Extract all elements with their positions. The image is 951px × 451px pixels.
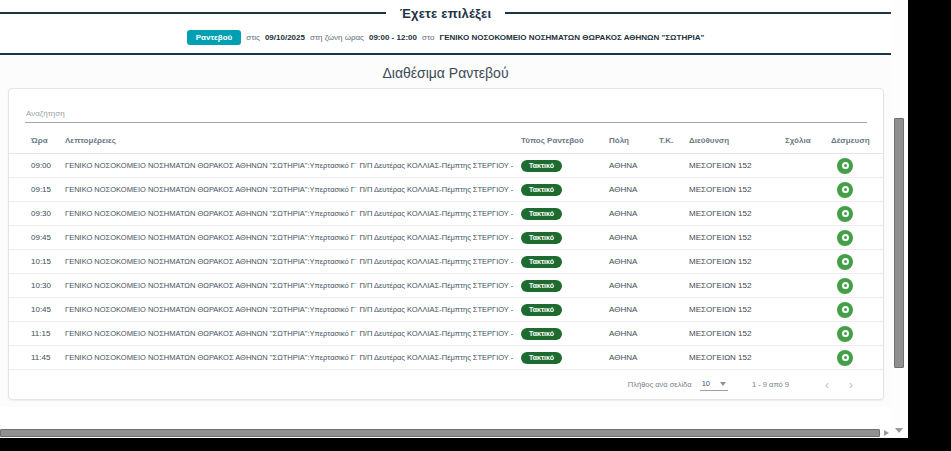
appointment-type-badge: Τακτικό	[521, 256, 562, 268]
table-row[interactable]: 10:30 ΓΕΝΙΚΟ ΝΟΣΟΚΟΜΕΙΟ ΝΟΣΗΜΑΤΩΝ ΘΩΡΑΚΟ…	[9, 274, 883, 298]
scroll-right-arrow-icon[interactable]	[884, 430, 889, 436]
cell-booking	[827, 322, 883, 346]
title-rule-left	[0, 12, 386, 14]
table-row[interactable]: 09:00 ΓΕΝΙΚΟ ΝΟΣΟΚΟΜΕΙΟ ΝΟΣΗΜΑΤΩΝ ΘΩΡΑΚΟ…	[9, 154, 883, 178]
appointment-type-badge: Τακτικό	[521, 160, 562, 172]
title-rule-right	[505, 12, 891, 14]
section-heading: Διαθέσιμα Ραντεβού	[0, 55, 891, 81]
book-target-icon	[842, 234, 849, 241]
cell-details: ΓΕΝΙΚΟ ΝΟΣΟΚΟΜΕΙΟ ΝΟΣΗΜΑΤΩΝ ΘΩΡΑΚΟΣ ΑΘΗΝ…	[61, 178, 517, 202]
cell-booking	[827, 274, 883, 298]
table-row[interactable]: 10:15 ΓΕΝΙΚΟ ΝΟΣΟΚΟΜΕΙΟ ΝΟΣΗΜΑΤΩΝ ΘΩΡΑΚΟ…	[9, 250, 883, 274]
book-appointment-button[interactable]	[837, 302, 853, 318]
selection-summary: Ραντεβού στις 09/10/2025 στη ζώνη ώρας 0…	[0, 24, 891, 50]
cell-address: ΜΕΣΟΓΕΙΩΝ 152	[685, 178, 781, 202]
next-page-button[interactable]: ›	[839, 379, 863, 391]
table-header-row: Ώρα Λεπτομέρειες Τύπος Ραντεβού Πόλη Τ.Κ…	[9, 127, 883, 154]
selection-pre-date: στις	[246, 33, 260, 42]
book-appointment-button[interactable]	[837, 254, 853, 270]
appointment-type-badge: Τακτικό	[521, 304, 562, 316]
table-row[interactable]: 10:45 ΓΕΝΙΚΟ ΝΟΣΟΚΟΜΕΙΟ ΝΟΣΗΜΑΤΩΝ ΘΩΡΑΚΟ…	[9, 298, 883, 322]
col-header-postal: Τ.Κ.	[655, 127, 685, 154]
selection-pre-location: στο	[422, 33, 434, 42]
cell-time: 09:45	[9, 226, 61, 250]
cell-details: ΓΕΝΙΚΟ ΝΟΣΟΚΟΜΕΙΟ ΝΟΣΗΜΑΤΩΝ ΘΩΡΑΚΟΣ ΑΘΗΝ…	[61, 298, 517, 322]
cell-booking	[827, 250, 883, 274]
book-target-icon	[842, 330, 849, 337]
appointment-badge: Ραντεβού	[187, 30, 242, 45]
cell-type: Τακτικό	[517, 250, 605, 274]
selection-header: Έχετε επιλέξει Ραντεβού στις 09/10/2025 …	[0, 0, 891, 55]
book-appointment-button[interactable]	[837, 206, 853, 222]
cell-details: ΓΕΝΙΚΟ ΝΟΣΟΚΟΜΕΙΟ ΝΟΣΗΜΑΤΩΝ ΘΩΡΑΚΟΣ ΑΘΗΝ…	[61, 346, 517, 370]
chevron-down-icon	[720, 382, 726, 386]
table-row[interactable]: 09:30 ΓΕΝΙΚΟ ΝΟΣΟΚΟΜΕΙΟ ΝΟΣΗΜΑΤΩΝ ΘΩΡΑΚΟ…	[9, 202, 883, 226]
book-appointment-button[interactable]	[837, 326, 853, 342]
cell-comments	[781, 250, 827, 274]
book-target-icon	[842, 210, 849, 217]
items-per-page-value: 10	[702, 379, 710, 388]
cell-address: ΜΕΣΟΓΕΙΩΝ 152	[685, 346, 781, 370]
cell-type: Τακτικό	[517, 202, 605, 226]
cell-postal	[655, 202, 685, 226]
book-target-icon	[842, 306, 849, 313]
letterbox-bottom	[0, 438, 951, 451]
cell-time: 09:15	[9, 178, 61, 202]
appointment-type-badge: Τακτικό	[521, 184, 562, 196]
cell-address: ΜΕΣΟΓΕΙΩΝ 152	[685, 322, 781, 346]
vertical-scrollbar-thumb[interactable]	[894, 118, 904, 368]
cell-comments	[781, 154, 827, 178]
cell-comments	[781, 202, 827, 226]
selection-title-row: Έχετε επιλέξει	[0, 4, 891, 22]
scroll-down-arrow-icon[interactable]	[895, 428, 903, 433]
cell-details: ΓΕΝΙΚΟ ΝΟΣΟΚΟΜΕΙΟ ΝΟΣΗΜΑΤΩΝ ΘΩΡΑΚΟΣ ΑΘΗΝ…	[61, 154, 517, 178]
col-header-booking: Δέσμευση	[827, 127, 883, 154]
cell-city: ΑΘΗΝΑ	[605, 274, 655, 298]
cell-time: 10:30	[9, 274, 61, 298]
cell-postal	[655, 154, 685, 178]
cell-booking	[827, 298, 883, 322]
cell-details: ΓΕΝΙΚΟ ΝΟΣΟΚΟΜΕΙΟ ΝΟΣΗΜΑΤΩΝ ΘΩΡΑΚΟΣ ΑΘΗΝ…	[61, 322, 517, 346]
cell-city: ΑΘΗΝΑ	[605, 298, 655, 322]
col-header-city: Πόλη	[605, 127, 655, 154]
table-row[interactable]: 11:15 ΓΕΝΙΚΟ ΝΟΣΟΚΟΜΕΙΟ ΝΟΣΗΜΑΤΩΝ ΘΩΡΑΚΟ…	[9, 322, 883, 346]
cell-postal	[655, 298, 685, 322]
cell-city: ΑΘΗΝΑ	[605, 346, 655, 370]
vertical-scrollbar[interactable]	[891, 0, 908, 438]
cell-type: Τακτικό	[517, 346, 605, 370]
items-per-page-select[interactable]: 10	[700, 378, 728, 391]
cell-postal	[655, 346, 685, 370]
col-header-details: Λεπτομέρειες	[61, 127, 517, 154]
col-header-comments: Σχόλια	[781, 127, 827, 154]
horizontal-scrollbar-thumb[interactable]	[0, 429, 880, 437]
cell-booking	[827, 346, 883, 370]
book-appointment-button[interactable]	[837, 230, 853, 246]
appointment-type-badge: Τακτικό	[521, 328, 562, 340]
cell-comments	[781, 346, 827, 370]
selection-date: 09/10/2025	[265, 33, 305, 42]
cell-comments	[781, 322, 827, 346]
book-appointment-button[interactable]	[837, 350, 853, 366]
table-row[interactable]: 09:45 ΓΕΝΙΚΟ ΝΟΣΟΚΟΜΕΙΟ ΝΟΣΗΜΑΤΩΝ ΘΩΡΑΚΟ…	[9, 226, 883, 250]
cell-city: ΑΘΗΝΑ	[605, 202, 655, 226]
cell-postal	[655, 250, 685, 274]
book-appointment-button[interactable]	[837, 278, 853, 294]
cell-postal	[655, 322, 685, 346]
cell-address: ΜΕΣΟΓΕΙΩΝ 152	[685, 298, 781, 322]
book-appointment-button[interactable]	[837, 182, 853, 198]
book-target-icon	[842, 354, 849, 361]
book-appointment-button[interactable]	[837, 158, 853, 174]
search-field-wrap	[9, 89, 883, 123]
table-row[interactable]: 11:45 ΓΕΝΙΚΟ ΝΟΣΟΚΟΜΕΙΟ ΝΟΣΗΜΑΤΩΝ ΘΩΡΑΚΟ…	[9, 346, 883, 370]
selection-pre-time: στη ζώνη ώρας	[310, 33, 364, 42]
paginator: Πλήθος ανά σελίδα 10 1 - 9 από 9 ‹ ›	[9, 370, 883, 391]
cell-comments	[781, 226, 827, 250]
previous-page-button[interactable]: ‹	[815, 379, 839, 391]
book-target-icon	[842, 186, 849, 193]
cell-details: ΓΕΝΙΚΟ ΝΟΣΟΚΟΜΕΙΟ ΝΟΣΗΜΑΤΩΝ ΘΩΡΑΚΟΣ ΑΘΗΝ…	[61, 274, 517, 298]
table-row[interactable]: 09:15 ΓΕΝΙΚΟ ΝΟΣΟΚΟΜΕΙΟ ΝΟΣΗΜΑΤΩΝ ΘΩΡΑΚΟ…	[9, 178, 883, 202]
horizontal-scrollbar[interactable]	[0, 428, 891, 438]
search-input[interactable]	[25, 105, 867, 123]
cell-comments	[781, 274, 827, 298]
cell-type: Τακτικό	[517, 322, 605, 346]
